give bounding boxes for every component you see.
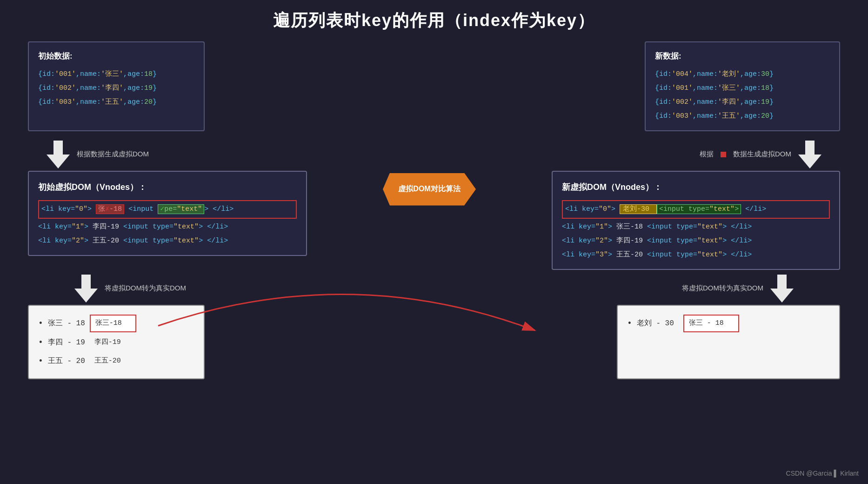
left-arrow-label: 根据数据生成虚拟DOM: [47, 141, 149, 168]
bullet-icon-2: •: [38, 334, 43, 351]
bottom-right-arrow-icon: [770, 275, 794, 302]
initial-data-line-3: {id:'003',name:'王五',age:20}: [38, 95, 194, 109]
right-arrow-label: 根据 数据生成虚拟DOM: [700, 141, 821, 168]
left-arrow-text: 根据数据生成虚拟DOM: [77, 150, 149, 159]
watermark: CSDN @Garcia ▌ Kirlant: [786, 470, 859, 477]
top-section: 初始数据: {id:'001',name:'张三',age:18} {id:'0…: [9, 41, 859, 131]
new-data-line-4: {id:'003',name:'王五',age:20}: [655, 109, 830, 123]
right-dom-item-1: • 老刘 - 30 张三 - 18: [627, 315, 830, 332]
bottom-left-arrow-text: 将虚拟DOM转为真实DOM: [105, 284, 186, 293]
compare-label: 虚拟DOM对比算法: [398, 184, 460, 194]
new-vdom-row-0: <li key="0"> 老刘-30 <input type="text"> <…: [562, 200, 830, 219]
left-dom-item-1: • 张三 - 18 张三-18: [38, 315, 194, 332]
right-arrow-text-1: 根据: [700, 150, 714, 159]
left-label-2: 李四-19: [90, 335, 126, 350]
new-data-line-3: {id:'002',name:'李四',age:19}: [655, 95, 830, 109]
arrow-row-1: 根据数据生成虚拟DOM 根据 数据生成虚拟DOM: [9, 141, 859, 168]
left-dom-text-1: 张三 - 18: [48, 316, 85, 331]
main-container: 遍历列表时key的作用（index作为key） 初始数据: {id:'001',…: [0, 0, 868, 484]
new-data-line-1: {id:'004',name:'老刘',age:30}: [655, 67, 830, 81]
orange-arrow-container: 虚拟DOM对比算法: [378, 171, 481, 208]
initial-vdom-row-2: <li key="2"> 王五-20 <input type="text"> <…: [38, 234, 297, 248]
initial-data-line-1: {id:'001',name:'张三',age:18}: [38, 67, 194, 81]
left-label-3: 王五-20: [90, 353, 126, 369]
bottom-section: • 张三 - 18 张三-18 • 李四 - 19 李四-19 • 王五 - 2…: [9, 305, 859, 379]
new-vdom-row-3: <li key="3"> 王五-20 <input type="text"> <…: [562, 248, 830, 262]
left-dom-text-3: 王五 - 20: [48, 354, 85, 369]
left-real-dom-box: • 张三 - 18 张三-18 • 李四 - 19 李四-19 • 王五 - 2…: [28, 305, 205, 379]
right-real-dom-box: • 老刘 - 30 张三 - 18: [617, 305, 840, 379]
left-down-arrow-icon: [47, 141, 70, 168]
right-bullet-icon-1: •: [627, 315, 632, 332]
new-data-line-2: {id:'001',name:'张三',age:18}: [655, 81, 830, 95]
bullet-icon-3: •: [38, 353, 43, 370]
new-data-label: 新数据:: [655, 49, 830, 64]
new-vdom-row-2: <li key="2"> 李四-19 <input type="text"> <…: [562, 234, 830, 248]
left-dom-item-3: • 王五 - 20 王五-20: [38, 353, 194, 370]
middle-section: 初始虚拟DOM（Vnodes）： <li key="0"> 张✗-18 <inp…: [9, 171, 859, 270]
left-dom-item-2: • 李四 - 19 李四-19: [38, 334, 194, 351]
initial-data-label: 初始数据:: [38, 49, 194, 64]
new-vdom-box: 新虚拟DOM（Vnodes）： <li key="0"> 老刘-30 <inpu…: [552, 171, 840, 270]
initial-vdom-label: 初始虚拟DOM（Vnodes）：: [38, 179, 297, 195]
bottom-left-arrow-icon: [74, 275, 98, 302]
initial-vdom-row-0: <li key="0"> 张✗-18 <input ✓pe="text"> </…: [38, 200, 297, 219]
arrow-row-2: 将虚拟DOM转为真实DOM 将虚拟DOM转为真实DOM: [9, 275, 859, 302]
right-dom-text-1: 老刘 - 30: [637, 316, 674, 331]
red-square-icon: [721, 152, 726, 157]
left-input-1[interactable]: 张三-18: [90, 315, 136, 332]
right-down-arrow-icon: [798, 141, 821, 168]
page-title: 遍历列表时key的作用（index作为key）: [9, 9, 859, 32]
bottom-right-arrow-text: 将虚拟DOM转为真实DOM: [682, 284, 763, 293]
initial-data-box: 初始数据: {id:'001',name:'张三',age:18} {id:'0…: [28, 41, 205, 131]
left-dom-text-2: 李四 - 19: [48, 335, 85, 350]
bullet-icon-1: •: [38, 315, 43, 332]
bottom-left-arrow-label: 将虚拟DOM转为真实DOM: [74, 275, 186, 302]
orange-arrow-shape: 虚拟DOM对比算法: [383, 173, 476, 206]
initial-data-line-2: {id:'002',name:'李四',age:19}: [38, 81, 194, 95]
initial-vdom-box: 初始虚拟DOM（Vnodes）： <li key="0"> 张✗-18 <inp…: [28, 171, 307, 256]
compare-arrow: 虚拟DOM对比算法: [378, 171, 481, 208]
right-arrow-text-2: 数据生成虚拟DOM: [733, 150, 791, 159]
new-vdom-label: 新虚拟DOM（Vnodes）：: [562, 179, 830, 195]
bottom-right-arrow-label: 将虚拟DOM转为真实DOM: [682, 275, 794, 302]
new-vdom-row-1: <li key="1"> 张三-18 <input type="text"> <…: [562, 220, 830, 234]
right-input-1[interactable]: 张三 - 18: [683, 315, 739, 332]
new-data-box: 新数据: {id:'004',name:'老刘',age:30} {id:'00…: [645, 41, 840, 131]
initial-vdom-row-1: <li key="1"> 李四-19 <input type="text"> <…: [38, 220, 297, 234]
